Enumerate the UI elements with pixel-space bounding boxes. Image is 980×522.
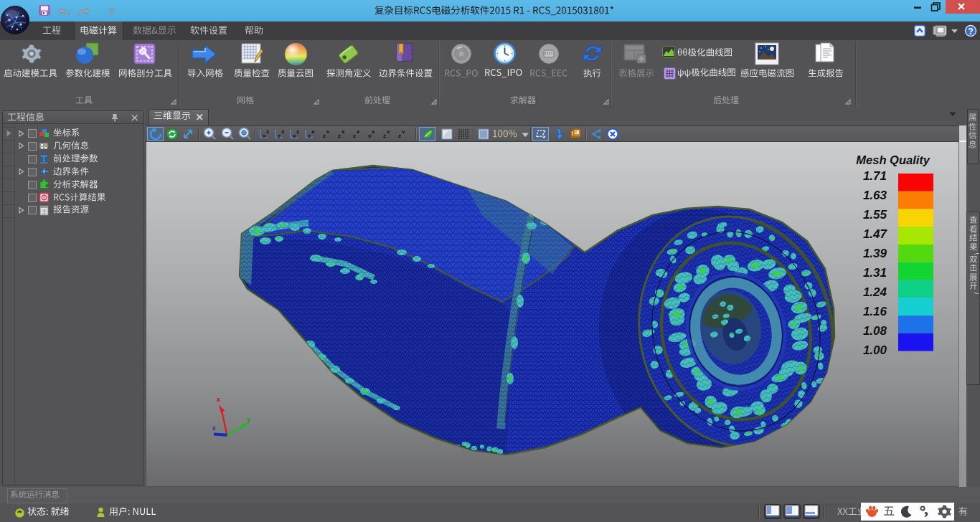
svg-text:x: x	[217, 396, 220, 403]
svg-text:x: x	[311, 128, 315, 135]
svg-text:z: z	[398, 133, 401, 139]
svg-text:x: x	[341, 128, 345, 135]
svg-text:v: v	[387, 128, 390, 135]
svg-text:z: z	[338, 133, 341, 139]
svg-text:v: v	[402, 128, 405, 135]
svg-text:z: z	[296, 128, 299, 135]
svg-text:z: z	[308, 133, 311, 139]
svg-text:z: z	[353, 133, 356, 139]
svg-text:x: x	[281, 128, 285, 135]
svg-text:?: ?	[968, 27, 973, 37]
svg-text:z: z	[212, 424, 216, 432]
svg-text:y: y	[247, 416, 250, 423]
svg-text:x: x	[372, 128, 375, 135]
svg-text:v: v	[326, 128, 330, 135]
svg-text:z: z	[323, 133, 326, 139]
svg-text:z: z	[278, 133, 281, 139]
svg-text:x: x	[357, 128, 360, 135]
svg-text:z: z	[383, 133, 386, 139]
svg-text:z: z	[266, 128, 269, 135]
